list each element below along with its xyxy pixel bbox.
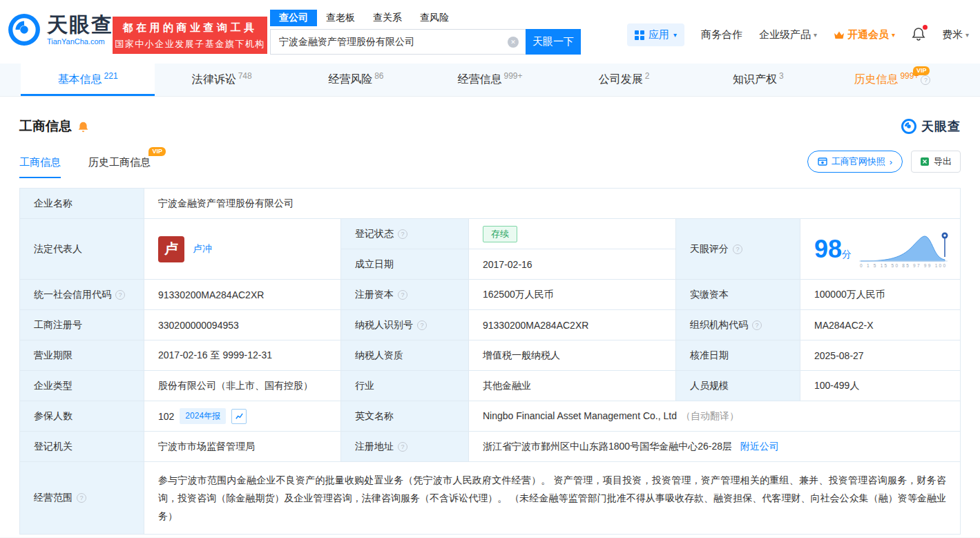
field-label-insured: 参保人数: [20, 401, 144, 432]
watermark-logo: 天眼查: [901, 118, 961, 135]
field-value-scope: 参与宁波市范围内金融企业不良资产的批量收购处置业务（凭宁波市人民政府文件经营）。…: [144, 462, 961, 535]
field-value-taxpayer-quality: 增值税一般纳税人: [469, 340, 676, 371]
tab-count: 86: [374, 71, 383, 81]
legal-rep-avatar[interactable]: 卢: [158, 236, 184, 262]
label-text: 纳税人识别号: [355, 319, 413, 332]
nav-enterprise-products[interactable]: 企业级产品 ▾: [759, 28, 817, 41]
watermark-brand-text: 天眼查: [921, 118, 961, 135]
label-text: 注册地址: [355, 441, 394, 453]
help-icon[interactable]: ?: [921, 75, 930, 85]
trend-chart-icon: [235, 412, 244, 421]
apps-menu-button[interactable]: 应用 ▾: [627, 23, 684, 46]
trend-chart-button[interactable]: [231, 409, 247, 424]
tab-legal-litigation[interactable]: 法律诉讼 748: [155, 64, 289, 96]
snapshot-icon: [818, 157, 827, 166]
export-button[interactable]: 导出: [911, 151, 961, 173]
annual-report-badge[interactable]: 2024年报: [180, 408, 226, 424]
nav-user-menu[interactable]: 费米 ▾: [942, 28, 969, 41]
chevron-down-icon: ▾: [892, 31, 895, 39]
tab-label: 公司发展: [599, 73, 643, 87]
help-icon[interactable]: ?: [417, 320, 427, 330]
nav-cooperation[interactable]: 商务合作: [701, 28, 742, 41]
brand-name: 天眼查: [47, 15, 113, 35]
clear-search-icon[interactable]: ✕: [508, 37, 519, 48]
field-value-taxpayer-no: 91330200MA284AC2XR: [469, 310, 676, 340]
field-label-taxpayer-quality: 纳税人资质: [341, 340, 469, 371]
tab-business-info[interactable]: 经营信息 999+: [423, 64, 557, 96]
tab-count: 221: [104, 71, 118, 81]
tab-operation-risk[interactable]: 经营风险 86: [289, 64, 423, 96]
subtab-business-registration[interactable]: 工商信息: [19, 156, 61, 178]
tab-label: 知识产权: [733, 73, 777, 87]
score-axis-labels: 0 1 5 15 50 85 97 99 100: [860, 263, 945, 268]
label-text: 天眼评分: [690, 243, 729, 256]
tab-label: 基本信息: [58, 73, 102, 87]
tab-basic-info[interactable]: 基本信息 221: [21, 64, 155, 96]
tab-history-info[interactable]: VIP 历史信息 999+ ?: [825, 64, 959, 96]
field-value-company-type: 股份有限公司（非上市、国有控股）: [144, 371, 341, 401]
vip-label: 开通会员: [847, 28, 889, 41]
field-label-approved-date: 核准日期: [676, 340, 800, 371]
search-tab-boss[interactable]: 查老板: [317, 10, 364, 26]
help-icon[interactable]: ?: [398, 290, 407, 300]
field-label-staff-size: 人员规模: [676, 371, 800, 401]
tab-label: 历史信息: [854, 73, 898, 87]
legal-rep-link[interactable]: 卢冲: [193, 243, 212, 256]
tab-company-development[interactable]: 公司发展 2: [557, 64, 691, 96]
search-tab-relation[interactable]: 查关系: [364, 10, 411, 26]
subscribe-bell-icon[interactable]: [77, 121, 89, 133]
snapshot-label: 工商官网快照: [832, 155, 885, 168]
field-value-term: 2017-02-16 至 9999-12-31: [144, 340, 341, 371]
field-value-reg-capital: 162500万人民币: [469, 280, 676, 310]
table-row: 营业期限 2017-02-16 至 9999-12-31 纳税人资质 增值税一般…: [20, 340, 961, 371]
field-label-address: 注册地址 ?: [341, 432, 469, 462]
search-input[interactable]: [270, 29, 526, 55]
field-label-reg-status: 登记状态 ?: [341, 219, 469, 249]
help-icon[interactable]: ?: [77, 493, 86, 503]
field-label-establish-date: 成立日期: [341, 249, 469, 280]
field-label-company-name: 企业名称: [20, 189, 144, 219]
table-row: 企业名称 宁波金融资产管理股份有限公司: [20, 189, 961, 219]
official-snapshot-button[interactable]: 工商官网快照 ›: [807, 151, 903, 173]
subtab-history-registration[interactable]: 历史工商信息 VIP: [88, 156, 151, 178]
search-button[interactable]: 天眼一下: [526, 29, 581, 55]
tab-count: 2: [645, 71, 650, 81]
tab-label: 经营信息: [457, 73, 501, 87]
search-tab-risk[interactable]: 查风险: [411, 10, 458, 26]
help-icon[interactable]: ?: [752, 320, 762, 330]
tianyancha-swirl-icon: [901, 118, 917, 135]
tab-label: 法律诉讼: [192, 73, 236, 87]
top-bar: 天眼查 TianYanCha.com 都在用的商业查询工具 国家中小企业发展子基…: [0, 0, 980, 64]
help-icon[interactable]: ?: [733, 244, 742, 254]
tianyancha-logo[interactable]: 天眼查 TianYanCha.com: [7, 12, 113, 47]
nearby-companies-link[interactable]: 附近公司: [740, 441, 779, 452]
tab-count: 3: [779, 71, 784, 81]
table-row: 法定代表人 卢 卢冲 登记状态 ? 存续 天眼评分 ? 98分: [20, 219, 961, 249]
field-label-reg-authority: 登记机关: [20, 432, 144, 462]
field-value-org-code: MA284AC2-X: [800, 310, 961, 340]
search-tab-company[interactable]: 查公司: [270, 10, 317, 26]
field-label-reg-no: 工商注册号: [20, 310, 144, 340]
tab-count: 748: [238, 71, 252, 81]
notifications-bell-icon[interactable]: [912, 27, 925, 43]
search-area: 查公司 查老板 查关系 查风险 ✕ 天眼一下: [270, 8, 581, 55]
chevron-down-icon: ▾: [673, 31, 677, 39]
vip-badge: VIP: [148, 147, 166, 156]
slogan-line2: 国家中小企业发展子基金旗下机构: [113, 38, 267, 50]
help-icon[interactable]: ?: [398, 229, 407, 239]
slogan-line1: 都在用的商业查询工具: [113, 21, 267, 35]
score-number-wrap: 98分: [814, 237, 852, 262]
business-info-table: 企业名称 宁波金融资产管理股份有限公司 法定代表人 卢 卢冲 登记状态 ? 存续…: [19, 188, 961, 535]
field-label-company-type: 企业类型: [20, 371, 144, 401]
field-label-credit-code: 统一社会信用代码 ?: [20, 280, 144, 310]
chevron-down-icon: ▾: [965, 31, 969, 39]
help-icon[interactable]: ?: [115, 290, 125, 300]
company-tab-bar: 基本信息 221 法律诉讼 748 经营风险 86 经营信息 999+ 公司发展…: [0, 64, 980, 97]
field-value-address: 浙江省宁波市鄞州区中山东路1800号国华金融中心26-28层 附近公司: [469, 432, 961, 462]
nav-open-vip[interactable]: 开通会员 ▾: [834, 28, 895, 41]
field-value-credit-code: 91330200MA284AC2XR: [144, 280, 341, 310]
score-value: 98: [814, 235, 842, 263]
help-icon[interactable]: ?: [398, 442, 407, 452]
enterprise-label: 企业级产品: [759, 28, 811, 41]
tab-intellectual-property[interactable]: 知识产权 3: [691, 64, 825, 96]
